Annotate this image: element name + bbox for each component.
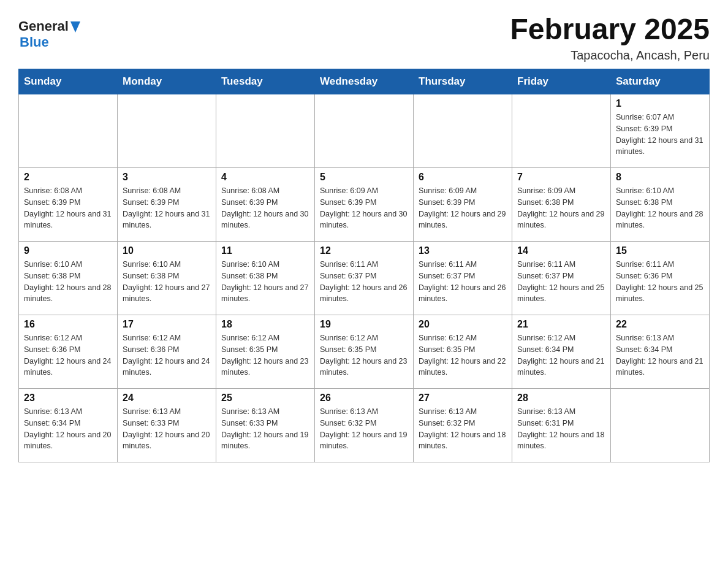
svg-marker-0 <box>70 21 80 33</box>
day-number: 12 <box>320 245 408 256</box>
weekday-wednesday: Wednesday <box>315 69 414 94</box>
day-info: Sunrise: 6:12 AM Sunset: 6:36 PM Dayligh… <box>123 332 211 378</box>
calendar-cell: 7Sunrise: 6:09 AM Sunset: 6:38 PM Daylig… <box>512 168 611 242</box>
day-info: Sunrise: 6:09 AM Sunset: 6:39 PM Dayligh… <box>320 185 408 231</box>
calendar-cell: 14Sunrise: 6:11 AM Sunset: 6:37 PM Dayli… <box>512 242 611 315</box>
day-info: Sunrise: 6:09 AM Sunset: 6:38 PM Dayligh… <box>517 185 605 231</box>
day-info: Sunrise: 6:12 AM Sunset: 6:34 PM Dayligh… <box>517 332 605 378</box>
day-info: Sunrise: 6:12 AM Sunset: 6:35 PM Dayligh… <box>221 332 309 378</box>
logo-blue: Blue <box>20 34 49 50</box>
calendar-cell: 12Sunrise: 6:11 AM Sunset: 6:37 PM Dayli… <box>315 242 414 315</box>
day-number: 3 <box>123 172 211 183</box>
calendar-cell <box>19 94 118 168</box>
day-info: Sunrise: 6:12 AM Sunset: 6:35 PM Dayligh… <box>320 332 408 378</box>
day-number: 26 <box>320 393 408 404</box>
day-number: 25 <box>221 393 309 404</box>
calendar-cell: 27Sunrise: 6:13 AM Sunset: 6:32 PM Dayli… <box>414 389 512 462</box>
calendar-cell: 18Sunrise: 6:12 AM Sunset: 6:35 PM Dayli… <box>216 315 315 389</box>
calendar-cell: 10Sunrise: 6:10 AM Sunset: 6:38 PM Dayli… <box>118 242 216 315</box>
weekday-tuesday: Tuesday <box>216 69 315 94</box>
calendar-cell: 2Sunrise: 6:08 AM Sunset: 6:39 PM Daylig… <box>19 168 118 242</box>
day-number: 9 <box>24 245 112 256</box>
weekday-friday: Friday <box>512 69 611 94</box>
title-block: February 2025 Tapacocha, Ancash, Peru <box>510 12 710 63</box>
calendar-cell: 20Sunrise: 6:12 AM Sunset: 6:35 PM Dayli… <box>414 315 512 389</box>
week-row-5: 23Sunrise: 6:13 AM Sunset: 6:34 PM Dayli… <box>19 389 710 462</box>
calendar-cell: 24Sunrise: 6:13 AM Sunset: 6:33 PM Dayli… <box>118 389 216 462</box>
day-info: Sunrise: 6:13 AM Sunset: 6:32 PM Dayligh… <box>320 406 408 452</box>
day-number: 5 <box>320 172 408 183</box>
day-info: Sunrise: 6:11 AM Sunset: 6:36 PM Dayligh… <box>616 259 704 305</box>
day-number: 24 <box>123 393 211 404</box>
calendar-cell <box>315 94 414 168</box>
weekday-monday: Monday <box>118 69 216 94</box>
calendar-cell <box>611 389 710 462</box>
calendar-cell: 6Sunrise: 6:09 AM Sunset: 6:39 PM Daylig… <box>414 168 512 242</box>
day-number: 6 <box>419 172 507 183</box>
calendar-cell: 13Sunrise: 6:11 AM Sunset: 6:37 PM Dayli… <box>414 242 512 315</box>
day-info: Sunrise: 6:11 AM Sunset: 6:37 PM Dayligh… <box>419 259 507 305</box>
day-info: Sunrise: 6:13 AM Sunset: 6:33 PM Dayligh… <box>221 406 309 452</box>
day-number: 27 <box>419 393 507 404</box>
day-number: 19 <box>320 319 408 330</box>
calendar-header: SundayMondayTuesdayWednesdayThursdayFrid… <box>19 69 710 94</box>
day-info: Sunrise: 6:13 AM Sunset: 6:34 PM Dayligh… <box>24 406 112 452</box>
day-info: Sunrise: 6:13 AM Sunset: 6:32 PM Dayligh… <box>419 406 507 452</box>
week-row-1: 1Sunrise: 6:07 AM Sunset: 6:39 PM Daylig… <box>19 94 710 168</box>
calendar-cell: 5Sunrise: 6:09 AM Sunset: 6:39 PM Daylig… <box>315 168 414 242</box>
day-number: 7 <box>517 172 605 183</box>
calendar-body: 1Sunrise: 6:07 AM Sunset: 6:39 PM Daylig… <box>19 94 710 462</box>
calendar-cell: 16Sunrise: 6:12 AM Sunset: 6:36 PM Dayli… <box>19 315 118 389</box>
day-info: Sunrise: 6:10 AM Sunset: 6:38 PM Dayligh… <box>24 259 112 305</box>
day-number: 20 <box>419 319 507 330</box>
day-info: Sunrise: 6:11 AM Sunset: 6:37 PM Dayligh… <box>517 259 605 305</box>
day-info: Sunrise: 6:13 AM Sunset: 6:33 PM Dayligh… <box>123 406 211 452</box>
weekday-thursday: Thursday <box>414 69 512 94</box>
day-info: Sunrise: 6:09 AM Sunset: 6:39 PM Dayligh… <box>419 185 507 231</box>
day-number: 2 <box>24 172 112 183</box>
day-number: 10 <box>123 245 211 256</box>
week-row-4: 16Sunrise: 6:12 AM Sunset: 6:36 PM Dayli… <box>19 315 710 389</box>
calendar-cell <box>512 94 611 168</box>
day-number: 11 <box>221 245 309 256</box>
calendar-subtitle: Tapacocha, Ancash, Peru <box>510 48 710 63</box>
day-info: Sunrise: 6:11 AM Sunset: 6:37 PM Dayligh… <box>320 259 408 305</box>
calendar-cell: 15Sunrise: 6:11 AM Sunset: 6:36 PM Dayli… <box>611 242 710 315</box>
weekday-saturday: Saturday <box>611 69 710 94</box>
day-info: Sunrise: 6:12 AM Sunset: 6:36 PM Dayligh… <box>24 332 112 378</box>
day-info: Sunrise: 6:10 AM Sunset: 6:38 PM Dayligh… <box>221 259 309 305</box>
calendar-cell: 19Sunrise: 6:12 AM Sunset: 6:35 PM Dayli… <box>315 315 414 389</box>
calendar-cell: 21Sunrise: 6:12 AM Sunset: 6:34 PM Dayli… <box>512 315 611 389</box>
day-number: 18 <box>221 319 309 330</box>
day-info: Sunrise: 6:08 AM Sunset: 6:39 PM Dayligh… <box>123 185 211 231</box>
day-info: Sunrise: 6:13 AM Sunset: 6:31 PM Dayligh… <box>517 406 605 452</box>
calendar-cell: 28Sunrise: 6:13 AM Sunset: 6:31 PM Dayli… <box>512 389 611 462</box>
day-number: 22 <box>616 319 704 330</box>
calendar-cell: 11Sunrise: 6:10 AM Sunset: 6:38 PM Dayli… <box>216 242 315 315</box>
calendar-cell <box>118 94 216 168</box>
day-info: Sunrise: 6:10 AM Sunset: 6:38 PM Dayligh… <box>616 185 704 231</box>
day-number: 17 <box>123 319 211 330</box>
day-number: 4 <box>221 172 309 183</box>
calendar-cell: 3Sunrise: 6:08 AM Sunset: 6:39 PM Daylig… <box>118 168 216 242</box>
calendar-cell <box>216 94 315 168</box>
logo-general: General <box>18 18 69 34</box>
calendar-cell: 1Sunrise: 6:07 AM Sunset: 6:39 PM Daylig… <box>611 94 710 168</box>
day-info: Sunrise: 6:12 AM Sunset: 6:35 PM Dayligh… <box>419 332 507 378</box>
day-number: 23 <box>24 393 112 404</box>
logo: General Blue <box>18 18 83 50</box>
day-number: 21 <box>517 319 605 330</box>
day-info: Sunrise: 6:07 AM Sunset: 6:39 PM Dayligh… <box>616 112 704 158</box>
calendar-cell: 8Sunrise: 6:10 AM Sunset: 6:38 PM Daylig… <box>611 168 710 242</box>
calendar-cell: 22Sunrise: 6:13 AM Sunset: 6:34 PM Dayli… <box>611 315 710 389</box>
day-info: Sunrise: 6:08 AM Sunset: 6:39 PM Dayligh… <box>24 185 112 231</box>
calendar-cell: 23Sunrise: 6:13 AM Sunset: 6:34 PM Dayli… <box>19 389 118 462</box>
day-number: 16 <box>24 319 112 330</box>
day-number: 1 <box>616 98 704 109</box>
calendar-table: SundayMondayTuesdayWednesdayThursdayFrid… <box>18 69 710 462</box>
calendar-cell: 4Sunrise: 6:08 AM Sunset: 6:39 PM Daylig… <box>216 168 315 242</box>
week-row-2: 2Sunrise: 6:08 AM Sunset: 6:39 PM Daylig… <box>19 168 710 242</box>
day-number: 13 <box>419 245 507 256</box>
day-number: 8 <box>616 172 704 183</box>
weekday-header-row: SundayMondayTuesdayWednesdayThursdayFrid… <box>19 69 710 94</box>
